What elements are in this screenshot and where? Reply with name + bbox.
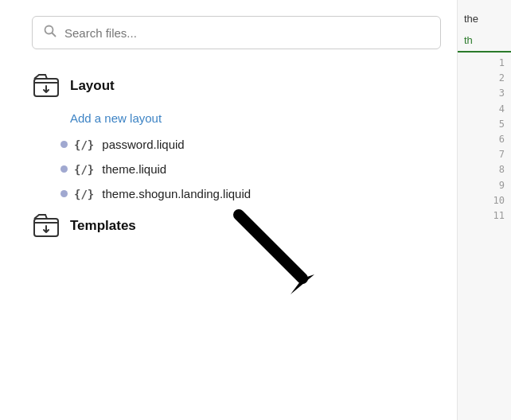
line-number: 5 <box>464 117 505 132</box>
line-number: 2 <box>464 71 505 86</box>
line-number: 9 <box>464 178 505 193</box>
line-number: 6 <box>464 132 505 147</box>
file-item-theme-shogun[interactable]: {/} theme.shogun.landing.liquid <box>60 187 441 200</box>
svg-marker-3 <box>291 274 314 294</box>
file-dot <box>60 141 68 148</box>
search-input[interactable] <box>64 26 429 40</box>
file-item-password[interactable]: {/} password.liquid <box>60 138 441 151</box>
file-name-theme-shogun: theme.shogun.landing.liquid <box>102 187 251 200</box>
file-item-theme[interactable]: {/} theme.liquid <box>60 162 441 176</box>
line-number: 11 <box>464 208 505 224</box>
file-dot <box>60 190 68 197</box>
folder-download-icon <box>32 72 60 100</box>
file-name-password: password.liquid <box>102 138 184 151</box>
liquid-file-icon: {/} <box>74 188 94 200</box>
tab-label-the[interactable]: the <box>458 8 511 29</box>
line-numbers: 1234567891011 <box>458 52 511 227</box>
file-dot <box>60 165 68 173</box>
add-layout-link[interactable]: Add a new layout <box>70 111 441 125</box>
svg-line-1 <box>53 33 56 37</box>
line-number: 4 <box>464 102 505 117</box>
liquid-file-icon: {/} <box>74 138 94 151</box>
tab-label-th[interactable]: th <box>458 29 511 52</box>
line-number: 8 <box>464 162 505 177</box>
templates-title: Templates <box>70 218 136 234</box>
line-number: 7 <box>464 147 505 162</box>
templates-section-header: Templates <box>32 212 441 240</box>
liquid-file-icon: {/} <box>74 163 94 176</box>
search-icon <box>44 25 57 41</box>
line-number: 1 <box>464 56 505 71</box>
search-box[interactable] <box>32 16 441 49</box>
folder-download-icon-templates <box>32 212 60 240</box>
line-number: 3 <box>464 86 505 101</box>
layout-section-header: Layout <box>32 72 441 100</box>
layout-title: Layout <box>70 78 115 94</box>
right-panel: the th 1234567891011 <box>458 0 511 420</box>
line-number: 10 <box>464 193 505 208</box>
file-sidebar: Layout Add a new layout {/} password.liq… <box>0 0 458 420</box>
file-name-theme: theme.liquid <box>102 162 166 176</box>
